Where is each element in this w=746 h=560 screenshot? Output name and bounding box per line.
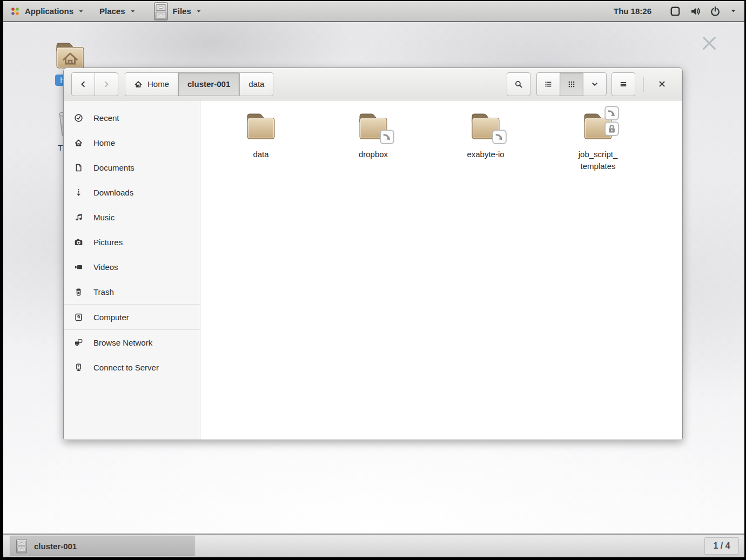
music-note-icon	[74, 213, 83, 222]
sidebar-item-pictures[interactable]: Pictures	[64, 230, 200, 254]
folder-icon	[468, 109, 503, 144]
sidebar-item-label: Videos	[93, 262, 118, 272]
camera-icon	[74, 238, 83, 247]
chevron-down-icon	[590, 80, 599, 89]
caret-down-icon	[78, 8, 84, 15]
view-grid-icon	[567, 80, 576, 89]
distro-icon	[10, 6, 21, 17]
trash-icon	[74, 287, 83, 296]
task-button-label: cluster-001	[34, 542, 77, 551]
file-item-dropbox[interactable]: dropbox	[317, 109, 429, 172]
applications-menu-label: Applications	[25, 6, 73, 16]
window-close-button[interactable]	[651, 72, 673, 96]
nav-buttons	[71, 72, 118, 96]
search-button[interactable]	[507, 72, 530, 96]
task-button-cluster-001[interactable]: cluster-001	[10, 536, 194, 556]
pathbar-item-label: data	[248, 79, 264, 89]
view-switcher	[536, 72, 607, 96]
caret-down-icon	[196, 8, 202, 15]
sidebar-item-label: Documents	[93, 163, 135, 172]
chevron-right-icon	[102, 80, 111, 89]
file-item-label: job_​script_​templates	[563, 149, 633, 172]
sidebar-item-label: Downloads	[93, 188, 133, 197]
sidebar-item-label: Pictures	[93, 238, 123, 247]
menu-icon	[619, 80, 628, 89]
server-icon	[74, 363, 83, 372]
pathbar-item-cluster-001[interactable]: cluster-001	[178, 72, 239, 96]
clock[interactable]: Thu 18:26	[614, 6, 651, 16]
sidebar-item-documents[interactable]: Documents	[64, 155, 200, 180]
pathbar-item-home[interactable]: Home	[125, 72, 178, 96]
speaker-icon[interactable]	[690, 6, 701, 17]
files-app-menu[interactable]: Files	[153, 2, 202, 21]
home-icon	[134, 80, 143, 89]
power-icon[interactable]	[710, 6, 721, 17]
sidebar-item-label: Music	[93, 213, 115, 222]
harddisk-icon	[74, 313, 83, 322]
caret-down-icon[interactable]	[730, 8, 737, 15]
sidebar-item-label: Home	[93, 138, 115, 147]
link-emblem	[380, 130, 394, 144]
workspace-indicator[interactable]: 1 / 4	[704, 537, 739, 555]
headerbar: Homecluster-001data	[64, 68, 682, 100]
sidebar-item-trash[interactable]: Trash	[64, 279, 200, 304]
window-body: RecentHomeDocumentsDownloadsMusicPicture…	[64, 100, 682, 440]
close-icon	[657, 79, 667, 89]
sidebar-item-label: Trash	[93, 287, 114, 296]
screen-icon[interactable]	[670, 6, 681, 17]
sidebar-item-label: Computer	[93, 313, 129, 322]
file-item-exabyte-io[interactable]: exabyte-io	[429, 109, 542, 172]
folder-icon	[244, 109, 278, 144]
sidebar-item-home[interactable]: Home	[64, 130, 200, 155]
close-icon	[700, 32, 719, 55]
applications-menu[interactable]: Applications	[10, 6, 84, 17]
window-menu-button[interactable]	[611, 72, 635, 96]
sidebar-item-recent[interactable]: Recent	[64, 105, 200, 130]
file-item-label: dropbox	[359, 149, 388, 160]
file-item-job-script-templates[interactable]: job_​script_​templates	[542, 109, 654, 172]
pathbar-item-label: cluster-001	[187, 79, 230, 89]
home-icon	[74, 138, 83, 147]
chevron-left-icon	[79, 80, 88, 89]
file-grid: datadropboxexabyte-iojob_​script_​templa…	[200, 100, 682, 440]
folder-icon	[581, 109, 615, 144]
forward-button[interactable]	[95, 72, 118, 96]
pathbar-item-data[interactable]: data	[239, 72, 273, 96]
sidebar-item-browse-network[interactable]: Browse Network	[64, 330, 200, 355]
desktop: homeTrash Homecluster-001data	[3, 22, 744, 534]
sidebar-item-label: Browse Network	[93, 338, 152, 347]
caret-down-icon	[130, 8, 136, 15]
sidebar-item-label: Recent	[93, 113, 119, 123]
view-grid-button[interactable]	[560, 72, 583, 96]
taskbar: cluster-001 1 / 4	[3, 534, 744, 557]
file-manager-window: Homecluster-001data	[63, 68, 683, 440]
view-list-button[interactable]	[536, 72, 560, 96]
magnifier-icon	[514, 80, 523, 89]
sidebar-item-computer[interactable]: Computer	[64, 305, 200, 329]
places-menu-label: Places	[99, 6, 125, 16]
file-cabinet-icon	[16, 539, 28, 554]
link-emblem	[604, 106, 619, 120]
sidebar-item-connect-to-server[interactable]: Connect to Server	[64, 355, 200, 380]
file-cabinet-icon	[153, 2, 169, 21]
files-app-menu-label: Files	[173, 6, 191, 16]
sidebar-item-videos[interactable]: Videos	[64, 254, 200, 279]
sidebar-item-downloads[interactable]: Downloads	[64, 180, 200, 205]
file-item-label: exabyte-io	[467, 149, 504, 160]
sidebar-item-label: Connect to Server	[93, 363, 159, 372]
video-camera-icon	[74, 262, 83, 272]
view-list-icon	[544, 80, 553, 89]
status-icons	[670, 6, 737, 17]
clock-icon	[74, 113, 83, 123]
download-icon	[74, 188, 83, 197]
view-options-button[interactable]	[583, 72, 607, 96]
back-button[interactable]	[71, 72, 95, 96]
file-item-label: data	[253, 149, 268, 160]
places-menu[interactable]: Places	[99, 6, 136, 16]
sidebar-item-music[interactable]: Music	[64, 205, 200, 230]
headerbar-separator	[643, 77, 644, 92]
lock-emblem	[604, 122, 619, 136]
file-item-data[interactable]: data	[205, 109, 317, 172]
pathbar: Homecluster-001data	[125, 72, 273, 96]
pathbar-item-label: Home	[147, 79, 169, 89]
